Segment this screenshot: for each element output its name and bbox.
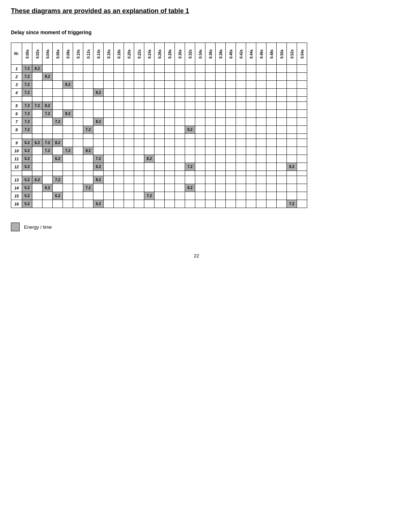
time-cell — [195, 110, 205, 118]
time-cell — [236, 163, 246, 171]
time-cell — [43, 163, 53, 171]
empty-cell — [155, 134, 165, 139]
time-cell: 8.2 — [144, 155, 155, 163]
time-cell: 7.2 — [22, 65, 32, 73]
table-row: 135.26.27.28.2 — [11, 176, 307, 184]
time-cell — [83, 200, 93, 208]
time-cell: 8.2 — [43, 102, 53, 110]
time-cell: 7.2 — [287, 200, 297, 208]
time-cell — [104, 81, 114, 89]
empty-cell — [11, 97, 22, 102]
time-cell — [216, 126, 226, 134]
time-cell — [32, 155, 43, 163]
time-cell — [277, 73, 287, 81]
time-cell — [144, 176, 155, 184]
time-cell — [63, 200, 73, 208]
time-cell — [73, 126, 83, 134]
time-cell: 6.2 — [32, 139, 43, 147]
time-cell — [297, 176, 307, 184]
empty-cell — [63, 171, 73, 176]
time-cell — [266, 200, 277, 208]
empty-cell — [32, 97, 43, 102]
time-cell — [175, 163, 185, 171]
empty-cell — [22, 171, 32, 176]
col-header-time: 0.14s — [93, 43, 104, 65]
time-cell — [104, 200, 114, 208]
empty-cell — [246, 134, 256, 139]
time-cell — [236, 65, 246, 73]
time-cell — [53, 73, 63, 81]
time-cell — [32, 73, 43, 81]
time-cell — [185, 102, 195, 110]
empty-cell — [134, 171, 144, 176]
empty-cell — [266, 134, 277, 139]
time-cell — [165, 110, 175, 118]
time-cell — [195, 176, 205, 184]
time-cell — [246, 73, 256, 81]
time-cell — [104, 89, 114, 97]
time-cell — [266, 65, 277, 73]
empty-cell — [297, 171, 307, 176]
time-cell — [205, 81, 216, 89]
table-row: 77.27.28.2 — [11, 118, 307, 126]
time-cell — [266, 176, 277, 184]
time-cell — [277, 110, 287, 118]
time-cell — [93, 147, 104, 155]
time-cell — [114, 126, 124, 134]
empty-cell — [277, 171, 287, 176]
time-cell — [32, 192, 43, 200]
time-cell — [205, 139, 216, 147]
empty-cell — [175, 134, 185, 139]
time-cell — [93, 110, 104, 118]
time-cell — [277, 155, 287, 163]
time-cell — [165, 126, 175, 134]
time-cell — [266, 147, 277, 155]
time-cell — [32, 184, 43, 192]
time-cell — [144, 163, 155, 171]
time-cell — [144, 126, 155, 134]
time-cell — [104, 155, 114, 163]
time-cell — [43, 155, 53, 163]
empty-cell — [83, 97, 93, 102]
empty-cell — [287, 97, 297, 102]
empty-cell — [124, 171, 134, 176]
empty-cell — [205, 171, 216, 176]
time-cell — [93, 102, 104, 110]
col-header-time: 0.52s — [287, 43, 297, 65]
empty-cell — [256, 134, 266, 139]
time-cell — [155, 155, 165, 163]
time-cell — [155, 200, 165, 208]
time-cell — [297, 192, 307, 200]
time-cell — [134, 65, 144, 73]
empty-cell — [73, 171, 83, 176]
time-cell — [63, 163, 73, 171]
time-cell — [236, 176, 246, 184]
time-cell — [114, 89, 124, 97]
legend-label: Energy / time — [24, 224, 52, 230]
time-cell — [53, 147, 63, 155]
time-cell — [287, 126, 297, 134]
time-cell — [185, 139, 195, 147]
time-cell — [134, 118, 144, 126]
table-row: 67.27.28.2 — [11, 110, 307, 118]
time-cell — [165, 65, 175, 73]
time-cell — [114, 139, 124, 147]
time-cell — [246, 163, 256, 171]
time-cell: 8.2 — [83, 147, 93, 155]
time-cell — [266, 118, 277, 126]
time-cell — [73, 110, 83, 118]
row-nr: 3 — [11, 81, 22, 89]
time-cell — [277, 65, 287, 73]
time-cell — [93, 73, 104, 81]
time-cell — [266, 110, 277, 118]
time-cell: 5.2 — [22, 200, 32, 208]
time-cell — [185, 65, 195, 73]
time-cell — [73, 163, 83, 171]
empty-cell — [236, 134, 246, 139]
time-cell: 8.2 — [93, 89, 104, 97]
time-cell — [134, 102, 144, 110]
time-cell — [43, 200, 53, 208]
time-cell — [205, 126, 216, 134]
empty-cell — [63, 97, 73, 102]
time-cell — [144, 147, 155, 155]
